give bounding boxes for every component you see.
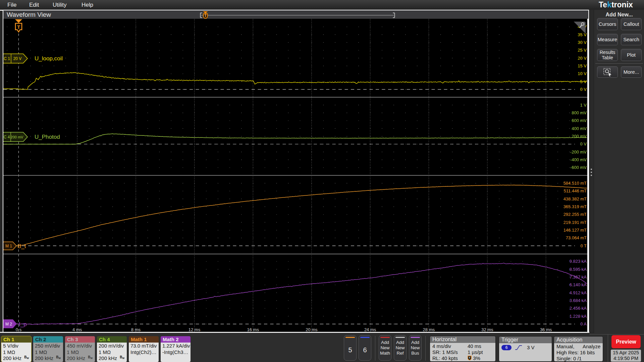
svg-text:8 ms: 8 ms [131,327,141,332]
svg-text:12 ms: 12 ms [189,327,201,332]
svg-text:20 V: 20 V [13,56,22,61]
svg-text:T: T [17,24,20,30]
svg-text:0 V: 0 V [580,87,587,92]
svg-text:2.456 kA: 2.456 kA [570,306,587,311]
svg-text:24 ms: 24 ms [364,327,376,332]
svg-text:73.064 mT: 73.064 mT [566,235,587,240]
svg-text:10 V: 10 V [578,71,587,76]
svg-text:B_t: B_t [17,243,26,249]
svg-text:U_Photod: U_Photod [35,134,60,140]
svg-text:0 V: 0 V [580,141,587,146]
svg-text:16 ms: 16 ms [247,327,259,332]
svg-text:U_loop,coil: U_loop,coil [35,55,63,62]
svg-text:28 ms: 28 ms [423,327,435,332]
svg-text:0 T: 0 T [580,243,587,248]
svg-text:9.823 kA: 9.823 kA [570,259,587,264]
svg-text:36 ms: 36 ms [540,327,552,332]
svg-text:400 mV: 400 mV [572,126,587,131]
svg-text:20 ms: 20 ms [306,327,318,332]
svg-text:3.684 kA: 3.684 kA [570,298,587,303]
svg-text:146.127 mT: 146.127 mT [564,228,587,233]
svg-text:200 mV: 200 mV [572,134,587,139]
svg-text:0 A: 0 A [580,321,587,326]
svg-text:T: T [469,356,471,359]
svg-text:30 V: 30 V [578,40,587,45]
svg-text:584.510 mT: 584.510 mT [564,181,587,186]
svg-text:1.228 kA: 1.228 kA [570,314,587,319]
svg-text:1 V: 1 V [580,103,587,108]
svg-text:800 mV: 800 mV [572,110,587,115]
svg-text:219.191 mT: 219.191 mT [564,220,587,225]
svg-text:-600 mV: -600 mV [570,165,587,170]
svg-text:M 2: M 2 [5,322,12,326]
svg-text:8.595 kA: 8.595 kA [570,267,587,272]
svg-text:-400 mV: -400 mV [570,157,587,162]
svg-text:C 4: C 4 [4,135,10,139]
svg-text:-200 mV: -200 mV [570,149,587,155]
svg-text:M 1: M 1 [5,244,12,248]
svg-text:365.319 mT: 365.319 mT [564,204,587,209]
svg-text:32 ms: 32 ms [481,327,493,332]
svg-text:6.140 kA: 6.140 kA [570,282,587,287]
svg-text:0 s: 0 s [16,327,22,332]
svg-text:I_p: I_p [19,321,27,327]
svg-text:600 mV: 600 mV [572,118,587,123]
svg-text:4 ms: 4 ms [72,327,82,332]
svg-text:C 1: C 1 [4,56,10,61]
svg-text:4.912 kA: 4.912 kA [570,290,587,295]
svg-text:438.382 mT: 438.382 mT [564,196,587,201]
svg-text:511.446 mT: 511.446 mT [564,188,587,193]
svg-text:200 mV: 200 mV [11,135,24,139]
svg-text:15 V: 15 V [578,63,587,68]
svg-text:7.367 kA: 7.367 kA [570,275,587,280]
svg-text:T: T [204,14,206,18]
svg-text:292.255 mT: 292.255 mT [564,212,587,217]
svg-text:20 V: 20 V [578,56,587,61]
svg-text:5 V: 5 V [580,79,587,84]
svg-text:25 V: 25 V [578,48,587,53]
